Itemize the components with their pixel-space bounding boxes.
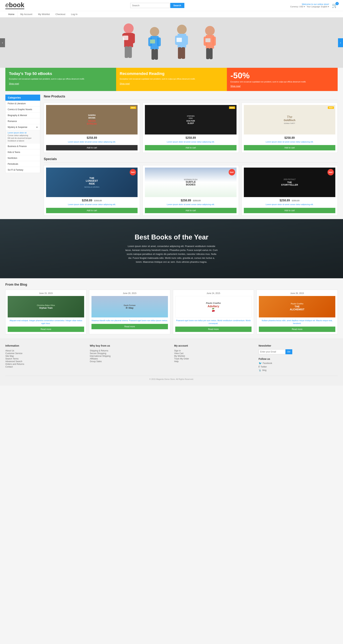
svg-rect-25 [206,48,209,59]
footer-link-customer[interactable]: Customer Service [5,352,84,355]
promo-link-1[interactable]: Shop now! [9,82,19,85]
nav-link-wishlist[interactable]: My Wishlist [35,11,53,17]
footer-why-title: Why buy from us [90,344,169,347]
sidebar-item-scifi[interactable]: Sci Fi & Fantasy [5,167,40,173]
social-link-facebook[interactable]: f Twitter [259,365,338,368]
add-to-cart-btn-2[interactable]: Add to cart [145,145,236,150]
blog-card-4: June 26, 2015 Paulo Coelho THEALCHEMIST … [257,290,338,334]
footer-link-sitemap[interactable]: Site Map [5,355,84,357]
sidebar-item-mystery[interactable]: Mystery & Suspense ▼ [5,124,40,130]
footer-info-title: Information [5,344,84,347]
promo-title-2: Recommended Reading [120,71,223,76]
footer-link-affiliates[interactable]: Affiliates [90,357,169,360]
special-desc-2: Lorem ipsum dolor sit amet conse ctetur … [145,203,236,206]
nav-link-checkout[interactable]: Checkout [53,11,68,17]
footer-link-track[interactable]: Track My Order [174,357,253,360]
blog-img-4: Paulo Coelho THEALCHEMIST [259,296,335,318]
footer-link-orders[interactable]: Orders and Returns [5,363,84,365]
sidebar-item-romance[interactable]: Romance [5,118,40,124]
footer-link-advanced-search[interactable]: Advanced Search [5,360,84,363]
search-input[interactable] [130,3,170,8]
footer-newsletter-title: Newsletter [259,344,338,347]
svg-rect-19 [182,47,185,59]
svg-rect-6 [123,36,128,40]
footer-link-search-terms[interactable]: Search Terms [5,357,84,360]
special-desc-1: Lorem ipsum dolor sit amet conse ctetur … [46,203,138,206]
promo-link-2[interactable]: Shop now! [120,82,130,85]
promo-link-3[interactable]: Shop now! [230,85,241,88]
nav-link-login[interactable]: Log In [68,11,80,17]
promo-desc-3: Excepteur sint occaecat cupidatat non pr… [230,80,334,83]
social-links: 🐦 Facebook f Twitter 📡 blog [259,362,338,372]
footer-link-wishlist[interactable]: My Wishlist [174,355,253,357]
nav-link-account[interactable]: My Account [17,11,35,17]
footer-link-signin[interactable]: Sign in [174,349,253,352]
blog-card-2: June 20, 2015 Gayle Forman If I Stay Viv… [89,290,170,334]
footer-link-cart[interactable]: View Cart [174,352,253,355]
hero-arrow-right[interactable]: › [338,38,343,47]
promo-banner-yellow: Recommended Reading Excepteur sint occae… [116,68,227,91]
sale-badge-2: Sale! [229,169,235,176]
sidebar-item-nonfiction[interactable]: Nonfiction [5,155,40,161]
blog-text-2: Vivamus blandit nulla non placerat viver… [91,319,168,322]
sidebar-item-fiction[interactable]: Fiction & Literature [5,101,40,106]
twitter-icon: 🐦 [259,362,262,365]
sub-item-3: Elit sed do eiusmod tempor [8,137,38,139]
sidebar-item-business[interactable]: Business & Finance [5,144,40,149]
footer-link-shipping[interactable]: Shipping & Returns [90,349,169,352]
special-img-2: NORMAN RUSH SUBTLEBODIES Sale! [145,168,236,197]
footer-link-about[interactable]: About Us [5,349,84,352]
currency-label: Currency: USD [290,6,304,8]
read-more-btn-1[interactable]: Read more [8,326,84,332]
nav-item-checkout[interactable]: Checkout [53,11,68,17]
svg-rect-4 [125,46,128,58]
main-nav: Home My Account My Wishlist Checkout Log… [0,11,343,18]
new-products-section: New Products SANDRA BROWN MEANSTREAK New… [44,94,338,153]
footer-col-info: Information About Us Customer Service Si… [5,344,84,372]
add-to-cart-special-2[interactable]: Add to cart [145,208,236,213]
product-desc-3: Lorem ipsum dolor sit amet conse ctetur … [244,140,335,143]
product-img-1: SANDRA BROWN MEANSTREAK New! [46,105,138,134]
special-old-price-2: $358.89 [193,200,201,202]
add-to-cart-special-3[interactable]: Add to cart [244,208,335,213]
cart-area[interactable]: 🛒 0 [332,3,338,8]
svg-rect-11 [151,49,155,60]
nav-link-home[interactable]: Home [5,11,17,17]
nav-item-login[interactable]: Log In [68,11,80,17]
footer-account-title: My account [174,344,253,347]
footer-link-secure[interactable]: Secure Shopping [90,352,169,355]
read-more-btn-3[interactable]: Read more [175,326,252,332]
footer-link-international[interactable]: International Shipping [90,355,169,357]
footer-link-contact[interactable]: Contact [5,365,84,368]
footer-link-group-sales[interactable]: Group Sales [90,360,169,363]
social-link-twitter[interactable]: 🐦 Facebook [259,362,338,365]
full-banner: Best Books of the Year Lorem ipsum dolor… [0,219,343,278]
sidebar-item-kids[interactable]: Kids & Teens [5,149,40,155]
product-img-2: STEPHEN KING DOCTORSLEEP New! [145,105,236,134]
nav-item-home[interactable]: Home [5,11,17,17]
newsletter-input[interactable] [259,349,286,354]
sidebar-item-periodicals[interactable]: Periodicals [5,161,40,167]
blog-section: From the Blog June 15, 2015 Christina Ba… [0,278,343,339]
newsletter-button[interactable]: Ok! [286,349,293,354]
search-button[interactable]: Search [170,3,184,8]
blog-grid: June 15, 2015 Christina Baker Kline Orph… [5,290,338,334]
add-to-cart-special-1[interactable]: Add to cart [46,208,138,213]
nav-item-account[interactable]: My Account [17,11,35,17]
search-bar: Search [130,3,184,8]
sidebar-item-biography[interactable]: Biography & Memoir [5,112,40,118]
add-to-cart-btn-1[interactable]: Add to cart [46,145,138,150]
sidebar-item-comics[interactable]: Comics & Graphic Novels [5,106,40,112]
sub-item-1[interactable]: Lorem ipsum dolor sit [8,132,38,134]
hero-arrow-left[interactable]: ‹ [0,38,5,47]
svg-rect-18 [178,47,182,59]
specials-section: Specials THELONGESTRIDE NICHOLAS SPARKS … [44,157,338,215]
footer-link-help[interactable]: Help [174,360,253,363]
header-right: Welcome to our online store! Currency: U… [290,3,338,8]
read-more-btn-4[interactable]: Read more [259,326,335,332]
social-link-rss[interactable]: 📡 blog [259,369,338,372]
add-to-cart-btn-3[interactable]: Add to cart [244,145,335,150]
special-img-1: THELONGESTRIDE NICHOLAS SPARKS Sale! [46,168,138,197]
read-more-btn-2[interactable]: Read more [91,324,168,329]
nav-item-wishlist[interactable]: My Wishlist [35,11,53,17]
